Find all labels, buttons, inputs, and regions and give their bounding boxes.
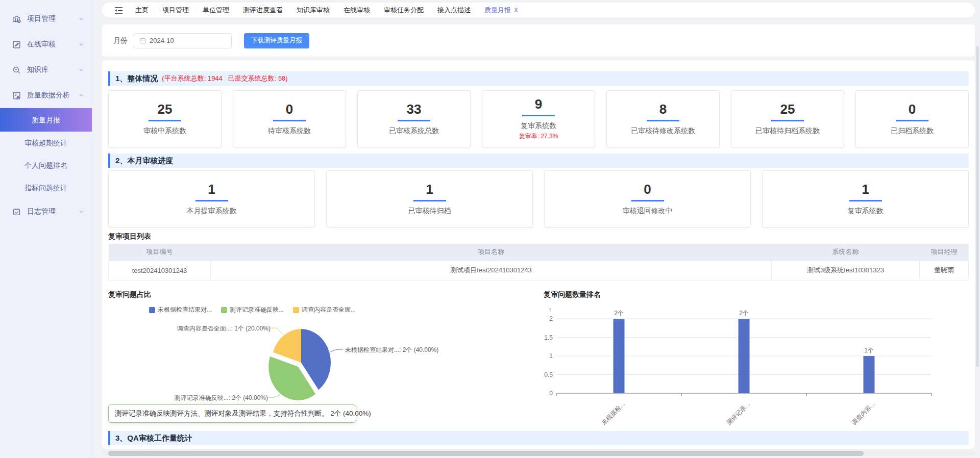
sidebar-item-project-management[interactable]: 项目管理 — [0, 6, 92, 32]
tab-home[interactable]: 主页 — [135, 6, 149, 15]
stat-label: 复审系统数 — [521, 121, 556, 131]
section-title: 3、QA审核工作量统计 — [115, 434, 192, 443]
section-overall: 1、整体情况 (平台系统总数: 1944 已提交系统总数: 58) — [108, 71, 969, 86]
review-table-title: 复审项目列表 — [108, 232, 151, 241]
cell-system-name: 测试3级系统test10301323 — [772, 261, 920, 280]
svg-text:调查内容...: 调查内容... — [850, 400, 876, 427]
review-project-table: 项目编号 项目名称 系统名称 项目经理 test202410301243 测试项… — [108, 244, 969, 281]
col-project-id: 项目编号 — [109, 244, 211, 261]
month-picker[interactable] — [134, 33, 232, 48]
stat-label: 待审核系统数 — [268, 126, 311, 136]
stat-value: 1 — [208, 182, 215, 197]
sidebar-item-log-management[interactable]: 日志管理 — [0, 199, 92, 224]
svg-text:1: 1 — [549, 352, 553, 360]
sidebar-subitem-indicator-issue-stats[interactable]: 指标问题统计 — [0, 176, 92, 199]
month-label: 月份 — [113, 36, 128, 45]
report-content-panel: 1、整体情况 (平台系统总数: 1944 已提交系统总数: 58) 25 审核中… — [102, 60, 975, 449]
stat-value: 1 — [862, 182, 869, 197]
pie-label-blue: 未根据检查结果对...: 2个 (40.00%) — [345, 346, 438, 354]
table-header-row: 项目编号 项目名称 系统名称 项目经理 — [109, 244, 969, 261]
bar-svg[interactable]: 21.510.50↑2个未根据检...2个测评记录...1个调查内容... — [544, 303, 969, 429]
top-navbar: 主页 项目管理 单位管理 测评进度查看 知识库审核 在线审核 审核任务分配 接入… — [102, 3, 975, 18]
tab-unit-management[interactable]: 单位管理 — [203, 6, 229, 15]
stat-value: 8 — [659, 102, 667, 117]
search-icon — [12, 66, 21, 74]
menu-fold-icon[interactable] — [114, 7, 123, 14]
stat-value: 1 — [426, 182, 433, 197]
tab-online-review[interactable]: 在线审核 — [344, 6, 370, 15]
svg-text:1.5: 1.5 — [544, 334, 553, 341]
stat-value: 33 — [407, 102, 422, 117]
calendar-icon — [139, 37, 146, 44]
stat-card: 0 审核退回修改中 — [544, 170, 751, 227]
horizontal-scrollbar-thumb[interactable] — [108, 451, 864, 456]
tab-access-point-desc[interactable]: 接入点描述 — [437, 6, 471, 15]
tab-label: 质量月报 — [484, 6, 511, 14]
tab-review-task-assign[interactable]: 审核任务分配 — [384, 6, 424, 15]
cell-project-manager: 董晓雨 — [920, 261, 969, 280]
sidebar-item-knowledge-base[interactable]: 知识库 — [0, 57, 92, 83]
sidebar-item-label: 在线审核 — [27, 40, 79, 49]
month-cards: 1 本月提审系统数 1 已审核待归档 0 审核退回修改中 1 复审系统数 — [108, 170, 969, 227]
section-title: 1、整体情况 — [115, 74, 158, 84]
stat-card: 1 已审核待归档 — [326, 170, 533, 227]
chevron-down-icon — [79, 16, 84, 21]
stat-label: 已审核待归档系统数 — [755, 126, 820, 136]
sidebar-item-label: 日志管理 — [27, 207, 79, 216]
chevron-down-icon — [79, 209, 84, 214]
stat-label: 已审核待修改系统数 — [631, 126, 695, 136]
stat-label: 已审核待归档 — [408, 207, 451, 216]
svg-text:2个: 2个 — [614, 310, 624, 317]
stat-card: 33 已审核系统总数 — [357, 90, 471, 147]
stat-label: 本月提审系统数 — [187, 207, 237, 216]
stat-value: 0 — [909, 102, 916, 117]
tab-knowledge-review[interactable]: 知识库审核 — [297, 6, 330, 15]
bar-chart-title: 复审问题数量排名 — [544, 290, 601, 299]
vertical-scrollbar-thumb[interactable] — [976, 46, 979, 367]
svg-text:测评记录...: 测评记录... — [725, 400, 751, 427]
tab-quality-monthly-report[interactable]: 质量月报X — [484, 6, 518, 15]
sidebar-subitem-quality-monthly-report[interactable]: 质量月报 — [0, 108, 92, 132]
tab-evaluation-progress[interactable]: 测评进度查看 — [243, 6, 283, 15]
month-input[interactable] — [150, 37, 216, 44]
tab-project-management[interactable]: 项目管理 — [162, 6, 189, 15]
stat-card-review: 9 复审系统数 复审率: 27.3% — [482, 90, 595, 147]
sidebar-subitem-personal-issue-ranking[interactable]: 个人问题排名 — [0, 154, 92, 176]
stat-value: 9 — [535, 97, 542, 112]
stat-value: 0 — [286, 102, 293, 117]
stat-label: 审核退回修改中 — [623, 207, 673, 216]
horizontal-scrollbar-track — [102, 451, 975, 456]
svg-text:2个: 2个 — [739, 310, 749, 317]
review-rate: 复审率: 27.3% — [519, 132, 558, 141]
svg-text:未根据检...: 未根据检... — [600, 400, 626, 426]
stat-card: 8 已审核待修改系统数 — [606, 90, 720, 147]
stat-value: 25 — [158, 102, 173, 117]
pie-tooltip: 测评记录准确反映测评方法、测评对象及测评结果，支持符合性判断。 2个 (40.0… — [108, 404, 356, 423]
filter-panel: 月份 下载测评质量月报 — [102, 24, 975, 57]
stat-card: 0 已归档系统数 — [855, 90, 969, 147]
chevron-down-icon — [79, 67, 84, 72]
bank-icon — [12, 15, 21, 23]
sidebar-item-quality-data-analysis[interactable]: 质量数据分析 — [0, 83, 92, 108]
pie-chart-review-issues: 复审问题占比 未根据检查结果对... 测评记录准确反映... 调查内容是否全面.… — [108, 288, 540, 429]
bar-chart-issue-ranking: 复审问题数量排名 21.510.50↑2个未根据检...2个测评记录...1个调… — [544, 288, 969, 429]
sidebar-item-label: 质量数据分析 — [27, 91, 79, 100]
svg-text:2: 2 — [549, 315, 553, 322]
tab-close-icon[interactable]: X — [514, 7, 518, 14]
col-project-name: 项目名称 — [211, 244, 772, 261]
stat-label: 已归档系统数 — [891, 126, 934, 136]
sidebar: 项目管理 在线审核 知识库 质量数据分析 质量月报 审核超期统计 个人问题排名 … — [0, 0, 92, 458]
stat-card: 25 已审核待归档系统数 — [731, 90, 844, 147]
sidebar-subitem-review-overdue-stats[interactable]: 审核超期统计 — [0, 132, 92, 154]
sidebar-item-online-review[interactable]: 在线审核 — [0, 32, 92, 57]
section-title: 2、本月审核进度 — [115, 156, 173, 166]
svg-text:1个: 1个 — [864, 347, 874, 354]
stat-label: 复审系统数 — [848, 207, 884, 216]
download-report-button[interactable]: 下载测评质量月报 — [244, 33, 309, 48]
cell-project-id: test202410301243 — [109, 261, 211, 280]
stat-value: 0 — [644, 182, 651, 197]
section-month-progress: 2、本月审核进度 — [108, 154, 969, 168]
col-system-name: 系统名称 — [772, 244, 920, 261]
overview-cards: 25 审核中系统数 0 待审核系统数 33 已审核系统总数 9 复审系统数 复审… — [108, 90, 969, 147]
sidebar-item-label: 项目管理 — [27, 14, 79, 23]
